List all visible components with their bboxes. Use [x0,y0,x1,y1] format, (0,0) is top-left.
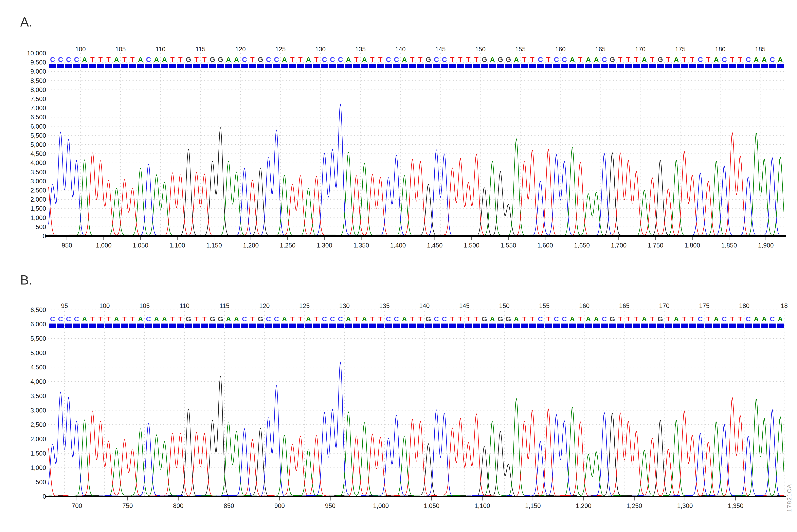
base-letter: T [578,315,583,323]
gridlines [49,310,784,496]
scan-tick-label: 1,150 [525,502,541,509]
base-letter: C [538,315,543,323]
base-letter: T [178,56,183,63]
base-letter: C [394,56,399,63]
base-letter: G [258,315,263,323]
quality-bar [713,324,720,328]
base-letter: G [482,56,487,63]
quality-bar [481,324,488,328]
base-letter: C [274,315,279,323]
quality-bar [513,324,520,328]
scan-tick-label: 1,050 [133,242,148,249]
quality-bar [689,324,696,328]
quality-bar [361,324,368,328]
quality-bar [505,324,512,328]
quality-bar [457,324,464,328]
base-letter: C [386,56,391,63]
base-letter: A [306,315,311,323]
y-tick-label: 2,500 [30,187,46,194]
quality-bar [441,64,448,68]
quality-bar [673,64,680,68]
pos-tick-label: 170 [659,302,669,309]
base-letter: A [138,56,143,63]
quality-bar [353,64,360,68]
base-letter: G [482,315,487,323]
quality-bar [369,324,376,328]
base-letter: C [434,315,439,323]
base-letter: C [434,56,439,63]
quality-bar [697,64,704,68]
base-letter: A [586,56,591,63]
base-letter: A [754,56,759,63]
base-letter: A [594,315,599,323]
quality-bar [161,64,168,68]
quality-bar [465,64,472,68]
quality-bar [665,64,672,68]
base-letter: A [762,315,767,323]
base-letter: T [203,56,207,63]
y-tick-label: 9,000 [30,68,46,75]
base-letter: A [642,56,647,63]
quality-bar [649,64,656,68]
base-letter: A [226,56,231,63]
base-letter: T [107,315,111,323]
quality-bar [305,64,312,68]
quality-bar [57,324,64,328]
y-tick-label: 5,500 [30,132,46,139]
quality-bar [457,64,464,68]
base-letter: A [674,315,679,323]
quality-bar [281,324,288,328]
base-letter: C [338,315,343,323]
quality-bar [441,324,448,328]
scan-tick-label: 1,750 [648,242,664,249]
quality-bar [569,64,576,68]
base-letter: A [714,315,719,323]
pos-tick-label: 110 [155,46,166,53]
quality-bar [337,324,344,328]
pos-tick-label: 155 [515,46,526,53]
quality-bar [297,324,304,328]
quality-bar [265,64,272,68]
y-tick-label: 2,000 [30,196,46,203]
base-letter: T [730,315,735,323]
base-letter: T [298,56,303,63]
base-letter: C [266,56,271,63]
top-position-axis: 1001051101151201251301351401451501551601… [75,46,765,53]
quality-bar [425,324,432,328]
quality-bar [393,64,400,68]
trace-C [49,362,784,496]
quality-bar [553,324,560,328]
pos-tick-label: 145 [459,302,470,309]
base-letter: A [490,56,495,63]
base-letter: C [538,56,543,63]
y-tick-label: 5,000 [30,349,46,357]
quality-bar [241,324,248,328]
base-letter: C [322,315,327,323]
quality-bars [49,64,784,68]
y-tick-label: 6,500 [30,114,46,121]
quality-bar [201,64,208,68]
quality-bar [137,324,144,328]
panel-a-chromatogram: 05001,0001,5002,0002,5003,0003,5004,0004… [27,46,786,249]
base-letter: T [178,315,183,323]
quality-bar [593,324,600,328]
quality-bar [193,324,200,328]
base-letter: A [362,315,367,323]
quality-bar [233,64,240,68]
base-letter: C [242,315,247,323]
quality-bar [489,64,496,68]
quality-bar [177,64,184,68]
quality-bar [121,324,128,328]
base-letter: C [722,56,727,63]
scan-tick-label: 800 [173,502,184,509]
scan-tick-label: 1,700 [611,242,627,249]
base-letter: T [90,315,95,323]
base-letter: C [554,315,559,323]
base-letter: A [402,56,407,63]
quality-bar [673,324,680,328]
base-letter: T [194,56,198,63]
quality-bar [569,324,576,328]
quality-bar [777,324,784,328]
scan-tick-label: 1,650 [574,242,590,249]
base-letter: G [658,315,663,323]
